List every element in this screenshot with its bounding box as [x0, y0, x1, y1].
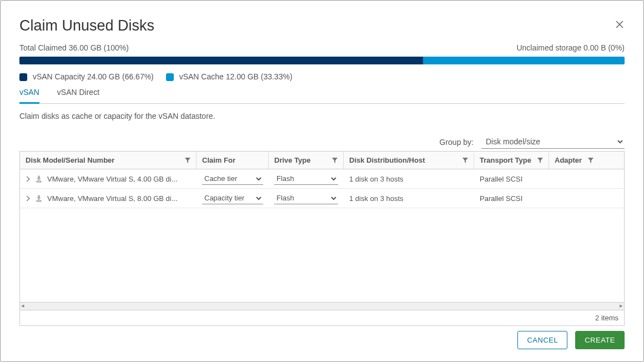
horizontal-scrollbar[interactable]	[20, 302, 624, 310]
tab-bar: vSAN vSAN Direct	[19, 84, 625, 104]
expand-icon[interactable]	[26, 196, 31, 201]
unclaimed-storage-label: Unclaimed storage 0.00 B (0%)	[516, 43, 625, 52]
claim-unused-disks-dialog: Claim Unused Disks Total Claimed 36.00 G…	[0, 0, 644, 362]
col-header-drive-type[interactable]: Drive Type	[269, 152, 344, 169]
disk-icon	[35, 194, 43, 202]
table-header-row: Disk Model/Serial Number Claim For Drive…	[20, 152, 624, 169]
claim-for-select[interactable]: Capacity tier	[202, 192, 263, 204]
table-row: VMware, VMware Virtual S, 4.00 GB di... …	[20, 169, 624, 189]
legend-cache: vSAN Cache 12.00 GB (33.33%)	[166, 72, 293, 81]
col-header-distribution[interactable]: Disk Distribution/Host	[344, 152, 474, 169]
total-claimed-label: Total Claimed 36.00 GB (100%)	[19, 43, 129, 52]
tab-vsan[interactable]: vSAN	[19, 84, 39, 104]
col-header-transport[interactable]: Transport Type	[474, 152, 549, 169]
usage-bar	[19, 57, 625, 64]
dialog-actions: CANCEL CREATE	[517, 331, 625, 349]
filter-icon[interactable]	[332, 158, 338, 163]
table-body: VMware, VMware Virtual S, 4.00 GB di... …	[20, 169, 624, 302]
disk-model-text: VMware, VMware Virtual S, 4.00 GB di...	[47, 175, 178, 183]
legend-cache-swatch	[166, 73, 174, 81]
col-header-disk-model[interactable]: Disk Model/Serial Number	[20, 152, 197, 169]
cancel-button[interactable]: CANCEL	[517, 331, 567, 349]
claim-for-select[interactable]: Cache tier	[202, 173, 263, 185]
storage-summary: Total Claimed 36.00 GB (100%) Unclaimed …	[19, 43, 625, 52]
group-by-select[interactable]: Disk model/size	[481, 135, 625, 149]
transport-text: Parallel SCSI	[474, 172, 549, 187]
transport-text: Parallel SCSI	[474, 191, 549, 206]
filter-icon[interactable]	[462, 158, 468, 163]
col-header-adapter[interactable]: Adapter	[549, 152, 599, 169]
col-header-claim-for[interactable]: Claim For	[197, 152, 269, 169]
tab-vsan-direct[interactable]: vSAN Direct	[57, 84, 99, 103]
distribution-text: 1 disk on 3 hosts	[344, 191, 474, 206]
filter-icon[interactable]	[185, 158, 190, 163]
group-by-control: Group by: Disk model/size	[19, 135, 625, 149]
legend-cache-label: vSAN Cache 12.00 GB (33.33%)	[179, 72, 293, 81]
legend-capacity-label: vSAN Capacity 24.00 GB (66.67%)	[33, 72, 154, 81]
group-by-label: Group by:	[440, 138, 474, 147]
disk-icon	[35, 175, 43, 183]
create-button[interactable]: CREATE	[575, 331, 625, 349]
legend-capacity: vSAN Capacity 24.00 GB (66.67%)	[19, 72, 154, 81]
distribution-text: 1 disk on 3 hosts	[344, 172, 474, 187]
close-icon[interactable]	[615, 19, 625, 29]
table-row: VMware, VMware Virtual S, 8.00 GB di... …	[20, 189, 624, 208]
disk-model-text: VMware, VMware Virtual S, 8.00 GB di...	[47, 194, 178, 203]
adapter-text	[549, 175, 599, 182]
filter-icon[interactable]	[537, 158, 543, 163]
drive-type-select[interactable]: Flash	[274, 173, 338, 185]
expand-icon[interactable]	[26, 177, 31, 182]
legend: vSAN Capacity 24.00 GB (66.67%) vSAN Cac…	[19, 72, 625, 81]
table-item-count: 2 items	[20, 310, 624, 325]
filter-icon[interactable]	[588, 158, 593, 163]
drive-type-select[interactable]: Flash	[274, 192, 338, 204]
usage-bar-capacity-segment	[19, 57, 423, 64]
disks-table: Disk Model/Serial Number Claim For Drive…	[19, 151, 625, 326]
usage-bar-cache-segment	[423, 57, 625, 64]
dialog-title: Claim Unused Disks	[19, 17, 625, 34]
adapter-text	[549, 195, 599, 202]
instruction-text: Claim disks as cache or capacity for the…	[19, 112, 625, 120]
legend-capacity-swatch	[19, 73, 27, 81]
